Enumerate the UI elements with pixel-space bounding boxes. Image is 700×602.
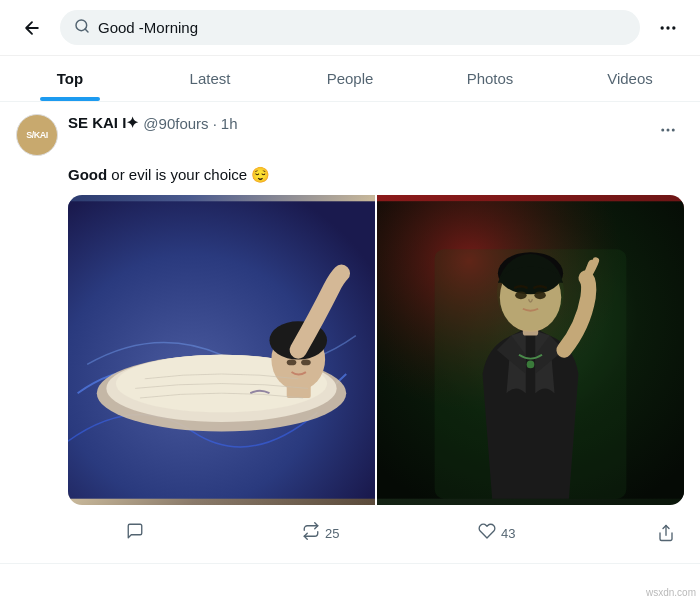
tab-photos[interactable]: Photos (420, 56, 560, 101)
tweet-content: Good or evil is your choice 😌 (68, 164, 684, 551)
search-value[interactable]: Good -Morning (98, 19, 626, 36)
retweet-icon (302, 522, 320, 545)
tweet-meta: SE KAI I✦ @90fours · 1h (68, 114, 642, 132)
search-bar[interactable]: Good -Morning (60, 10, 640, 45)
svg-rect-15 (287, 384, 311, 398)
svg-point-4 (661, 129, 664, 132)
svg-point-5 (667, 129, 670, 132)
tweet-text-body: or evil is your choice 😌 (107, 166, 270, 183)
tweet-text: Good or evil is your choice 😌 (68, 164, 684, 185)
tweet-highlight-word: Good (68, 166, 107, 183)
share-button[interactable] (648, 515, 684, 551)
tab-people[interactable]: People (280, 56, 420, 101)
tweet-actions: 25 43 (120, 515, 684, 551)
tweet-images[interactable] (68, 195, 684, 505)
like-icon (478, 522, 496, 545)
display-name: SE KAI I✦ (68, 114, 139, 132)
tweet-card: S/KAI SE KAI I✦ @90fours · 1h Good or ev… (0, 102, 700, 564)
svg-point-13 (287, 360, 297, 366)
tweet-header: S/KAI SE KAI I✦ @90fours · 1h (16, 114, 684, 156)
svg-point-6 (672, 129, 675, 132)
search-tabs: Top Latest People Photos Videos (0, 56, 700, 102)
tweet-more-button[interactable] (652, 114, 684, 146)
svg-point-14 (301, 360, 311, 366)
avatar-text: S/KAI (26, 130, 48, 141)
back-button[interactable] (16, 12, 48, 44)
svg-point-19 (527, 361, 535, 369)
like-button[interactable]: 43 (472, 516, 648, 551)
reply-icon (126, 522, 144, 545)
separator-dot: · (213, 115, 217, 132)
tweet-time: 1h (221, 115, 238, 132)
retweet-count: 25 (325, 526, 339, 541)
svg-point-2 (666, 26, 669, 29)
tweet-image-left[interactable] (68, 195, 375, 505)
svg-point-25 (497, 254, 564, 331)
watermark: wsxdn.com (646, 587, 696, 598)
svg-rect-7 (68, 201, 375, 498)
username: @90fours (143, 115, 208, 132)
tweet-image-right[interactable] (377, 195, 684, 505)
search-icon (74, 18, 90, 37)
reply-button[interactable] (120, 516, 296, 551)
avatar[interactable]: S/KAI (16, 114, 58, 156)
header: Good -Morning (0, 0, 700, 56)
tab-videos[interactable]: Videos (560, 56, 700, 101)
svg-point-1 (661, 26, 664, 29)
retweet-button[interactable]: 25 (296, 516, 472, 551)
more-options-button[interactable] (652, 12, 684, 44)
tab-latest[interactable]: Latest (140, 56, 280, 101)
tab-top[interactable]: Top (0, 56, 140, 101)
like-count: 43 (501, 526, 515, 541)
svg-point-3 (672, 26, 675, 29)
tweet-name-row: SE KAI I✦ @90fours · 1h (68, 114, 642, 132)
